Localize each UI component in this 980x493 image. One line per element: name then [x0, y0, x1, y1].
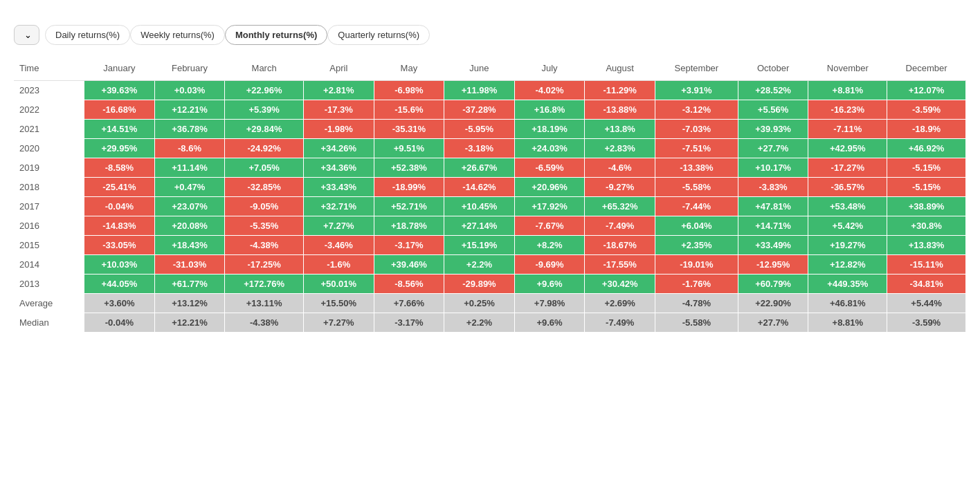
return-cell: +27.14%	[444, 216, 515, 236]
return-type-button[interactable]: Quarterly returns(%)	[327, 25, 430, 45]
return-cell: -7.11%	[808, 120, 887, 139]
return-cell: -5.15%	[887, 178, 966, 197]
return-cell: +13.8%	[585, 120, 655, 139]
average-cell: +7.66%	[374, 294, 444, 313]
median-cell: +9.6%	[514, 313, 585, 333]
return-cell: +12.82%	[808, 255, 887, 275]
average-cell: +46.81%	[808, 294, 887, 313]
column-header: April	[303, 56, 374, 81]
table-row: 2016-14.83%+20.08%-5.35%+7.27%+18.78%+27…	[14, 216, 966, 236]
return-cell: -18.9%	[887, 120, 966, 139]
return-cell: +9.51%	[374, 139, 444, 158]
year-cell: 2021	[14, 120, 84, 139]
return-type-button[interactable]: Daily returns(%)	[45, 25, 130, 45]
return-cell: +3.91%	[655, 81, 738, 100]
return-cell: +11.98%	[444, 81, 515, 100]
column-header: July	[514, 56, 585, 81]
column-header: January	[84, 56, 155, 81]
return-cell: -7.67%	[514, 216, 585, 236]
year-cell: 2015	[14, 236, 84, 255]
median-cell: -3.17%	[374, 313, 444, 333]
return-cell: -1.98%	[303, 120, 374, 139]
return-cell: +26.67%	[444, 158, 515, 178]
column-header: May	[374, 56, 444, 81]
average-cell: +3.60%	[84, 294, 155, 313]
average-cell: +22.90%	[738, 294, 808, 313]
return-cell: -5.15%	[887, 158, 966, 178]
return-cell: +33.49%	[738, 236, 808, 255]
return-cell: -19.01%	[655, 255, 738, 275]
return-cell: +24.03%	[514, 139, 585, 158]
average-cell: -4.78%	[655, 294, 738, 313]
return-cell: -15.11%	[887, 255, 966, 275]
return-cell: -4.6%	[585, 158, 655, 178]
return-cell: +16.8%	[514, 100, 585, 120]
column-header: Time	[14, 56, 84, 81]
return-cell: +7.27%	[303, 216, 374, 236]
return-cell: -12.95%	[738, 255, 808, 275]
return-cell: -4.02%	[514, 81, 585, 100]
return-cell: +11.14%	[154, 158, 225, 178]
return-cell: +38.89%	[887, 197, 966, 216]
table-row: 2013+44.05%+61.77%+172.76%+50.01%-8.56%-…	[14, 275, 966, 294]
return-cell: +18.43%	[154, 236, 225, 255]
table-row: 2021+14.51%+36.78%+29.84%-1.98%-35.31%-5…	[14, 120, 966, 139]
return-cell: +15.19%	[444, 236, 515, 255]
return-cell: +2.2%	[444, 255, 515, 275]
table-row: 2019-8.58%+11.14%+7.05%+34.36%+52.38%+26…	[14, 158, 966, 178]
year-cell: 2019	[14, 158, 84, 178]
median-cell: -5.58%	[655, 313, 738, 333]
return-cell: -17.3%	[303, 100, 374, 120]
return-cell: -0.04%	[84, 197, 155, 216]
return-cell: -1.76%	[655, 275, 738, 294]
return-cell: -15.6%	[374, 100, 444, 120]
return-cell: +30.8%	[887, 216, 966, 236]
return-cell: +22.96%	[225, 81, 304, 100]
return-cell: +0.03%	[154, 81, 225, 100]
return-cell: +12.21%	[154, 100, 225, 120]
return-cell: +13.83%	[887, 236, 966, 255]
return-cell: +60.79%	[738, 275, 808, 294]
median-cell: -0.04%	[84, 313, 155, 333]
return-cell: +33.43%	[303, 178, 374, 197]
asset-selector[interactable]: ⌄	[14, 25, 39, 45]
return-cell: +29.95%	[84, 139, 155, 158]
return-cell: +449.35%	[808, 275, 887, 294]
return-cell: -8.58%	[84, 158, 155, 178]
average-cell: +2.69%	[585, 294, 655, 313]
return-cell: -5.35%	[225, 216, 304, 236]
return-cell: +7.05%	[225, 158, 304, 178]
return-cell: -36.57%	[808, 178, 887, 197]
median-cell: +12.21%	[154, 313, 225, 333]
return-cell: +46.92%	[887, 139, 966, 158]
return-cell: -17.27%	[808, 158, 887, 178]
return-cell: +20.08%	[154, 216, 225, 236]
table-row: 2017-0.04%+23.07%-9.05%+32.71%+52.71%+10…	[14, 197, 966, 216]
return-cell: -31.03%	[154, 255, 225, 275]
column-header: November	[808, 56, 887, 81]
return-type-button[interactable]: Monthly returns(%)	[225, 25, 327, 45]
return-cell: -18.99%	[374, 178, 444, 197]
return-cell: -6.98%	[374, 81, 444, 100]
table-row: 2015-33.05%+18.43%-4.38%-3.46%-3.17%+15.…	[14, 236, 966, 255]
returns-table: TimeJanuaryFebruaryMarchAprilMayJuneJuly…	[14, 56, 966, 333]
return-cell: +2.81%	[303, 81, 374, 100]
return-cell: +5.42%	[808, 216, 887, 236]
return-cell: -16.68%	[84, 100, 155, 120]
average-cell: +13.11%	[225, 294, 304, 313]
return-cell: +32.71%	[303, 197, 374, 216]
return-cell: -35.31%	[374, 120, 444, 139]
return-cell: +19.27%	[808, 236, 887, 255]
return-cell: -34.81%	[887, 275, 966, 294]
median-cell: +7.27%	[303, 313, 374, 333]
year-cell: 2022	[14, 100, 84, 120]
return-cell: -7.44%	[655, 197, 738, 216]
average-cell: +7.98%	[514, 294, 585, 313]
return-cell: +27.7%	[738, 139, 808, 158]
column-header: December	[887, 56, 966, 81]
return-cell: +2.35%	[655, 236, 738, 255]
return-cell: +10.17%	[738, 158, 808, 178]
return-cell: -37.28%	[444, 100, 515, 120]
return-type-button[interactable]: Weekly returns(%)	[130, 25, 225, 45]
return-cell: +0.47%	[154, 178, 225, 197]
